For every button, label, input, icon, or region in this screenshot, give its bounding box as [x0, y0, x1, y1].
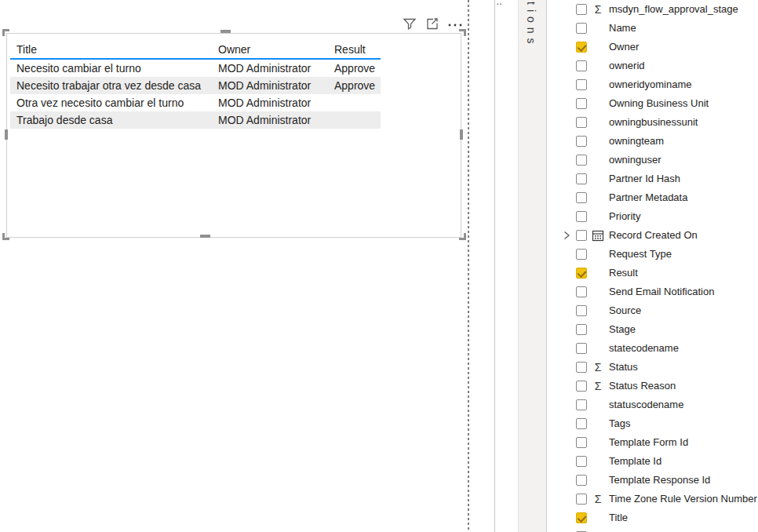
field-item-title[interactable]: Title	[548, 508, 758, 527]
field-checkbox[interactable]	[576, 249, 587, 260]
field-item-owningbusinessunit[interactable]: owningbusinessunit	[548, 113, 758, 132]
field-item-msdyn-flow-approval-stage[interactable]: Σmsdyn_flow_approval_stage	[548, 0, 758, 19]
field-item-owneridyominame[interactable]: owneridyominame	[548, 75, 758, 94]
field-item-name[interactable]: Name	[548, 19, 758, 38]
cell-result: Approve	[334, 77, 375, 94]
field-checkbox[interactable]	[576, 362, 587, 373]
field-checkbox[interactable]	[576, 155, 587, 166]
table-row[interactable]: Otra vez necesito cambiar el turnoMOD Ad…	[10, 94, 381, 111]
field-label: Send Email Notification	[609, 282, 714, 301]
filter-icon[interactable]	[402, 16, 417, 31]
field-item-request-type[interactable]: Request Type	[548, 245, 758, 264]
cell-owner: MOD Administrator	[218, 77, 311, 94]
field-item-partner-metadata[interactable]: Partner Metadata	[548, 188, 758, 207]
field-item-time-zone-rule-version-number[interactable]: ΣTime Zone Rule Version Number	[548, 490, 758, 508]
field-checkbox[interactable]	[576, 475, 587, 486]
field-item-record-created-on[interactable]: Record Created On	[548, 226, 758, 245]
field-item-owninguser[interactable]: owninguser	[548, 151, 758, 169]
field-item-owning-business-unit[interactable]: Owning Business Unit	[548, 94, 758, 113]
cropped-icon-fragment: …	[496, 0, 503, 5]
table-row[interactable]: Necesito trabajar otra vez desde casaMOD…	[10, 77, 381, 94]
field-item-partial[interactable]: Σ	[548, 527, 758, 532]
field-checkbox[interactable]	[576, 381, 587, 392]
field-label: Owner	[609, 38, 639, 56]
field-checkbox[interactable]	[576, 136, 587, 147]
field-checkbox[interactable]	[576, 418, 587, 429]
sigma-icon: Σ	[590, 0, 606, 19]
field-item-send-email-notification[interactable]: Send Email Notification	[548, 282, 758, 301]
collapsed-visualizations-pane[interactable]: tions	[518, 0, 547, 532]
field-item-status-reason[interactable]: ΣStatus Reason	[548, 377, 758, 395]
field-checkbox[interactable]	[576, 494, 587, 505]
cell-title: Necesito trabajar otra vez desde casa	[16, 77, 201, 94]
field-checkbox[interactable]	[576, 42, 587, 53]
column-header-title[interactable]: Title	[16, 43, 37, 56]
table-row[interactable]: Trabajo desde casaMOD Administrator	[10, 111, 381, 129]
table-body: Necesito cambiar el turnoMOD Administrat…	[10, 60, 381, 129]
field-checkbox[interactable]	[576, 230, 587, 241]
field-item-source[interactable]: Source	[548, 301, 758, 320]
field-checkbox[interactable]	[576, 399, 587, 410]
field-checkbox[interactable]	[576, 456, 587, 467]
page-boundary-dotted-line	[468, 0, 469, 532]
resize-handle-bottom-left[interactable]	[2, 233, 9, 240]
resize-handle-top-right[interactable]	[459, 29, 466, 36]
table-visual[interactable]: TitleOwnerResult Necesito cambiar el tur…	[6, 33, 461, 238]
sigma-icon: Σ	[590, 358, 606, 377]
field-checkbox[interactable]	[576, 117, 587, 128]
field-item-partner-id-hash[interactable]: Partner Id Hash	[548, 169, 758, 188]
resize-handle-top-left[interactable]	[2, 29, 9, 36]
field-item-ownerid[interactable]: ownerid	[548, 56, 758, 75]
column-header-owner[interactable]: Owner	[218, 43, 250, 56]
field-item-statecodename[interactable]: statecodename	[548, 339, 758, 358]
field-label: owninguser	[609, 151, 661, 169]
cell-owner: MOD Administrator	[218, 111, 311, 129]
field-item-status[interactable]: ΣStatus	[548, 358, 758, 377]
field-label: Owning Business Unit	[609, 94, 709, 113]
field-item-stage[interactable]: Stage	[548, 320, 758, 339]
field-checkbox[interactable]	[576, 98, 587, 109]
focus-mode-icon[interactable]	[425, 16, 439, 31]
field-checkbox[interactable]	[576, 211, 587, 222]
field-checkbox[interactable]	[576, 173, 587, 184]
field-item-template-id[interactable]: Template Id	[548, 452, 758, 471]
field-item-result[interactable]: Result	[548, 264, 758, 282]
field-checkbox[interactable]	[576, 286, 587, 297]
field-label: ownerid	[609, 56, 645, 75]
field-checkbox[interactable]	[576, 60, 587, 71]
field-checkbox[interactable]	[576, 324, 587, 335]
field-item-tags[interactable]: Tags	[548, 414, 758, 433]
table: TitleOwnerResult Necesito cambiar el tur…	[10, 37, 381, 129]
field-checkbox[interactable]	[576, 268, 587, 279]
field-item-owner[interactable]: Owner	[548, 38, 758, 56]
cell-owner: MOD Administrator	[218, 94, 311, 111]
field-label: Template Form Id	[609, 433, 688, 452]
expand-chevron-icon[interactable]	[562, 230, 571, 241]
field-checkbox[interactable]	[576, 23, 587, 34]
resize-handle-right-middle[interactable]	[460, 129, 463, 140]
table-row[interactable]: Necesito cambiar el turnoMOD Administrat…	[10, 60, 381, 77]
more-options-icon[interactable]	[446, 17, 464, 30]
field-label: Tags	[609, 414, 630, 433]
field-item-priority[interactable]: Priority	[548, 207, 758, 226]
field-item-statuscodename[interactable]: statuscodename	[548, 395, 758, 414]
field-checkbox[interactable]	[576, 79, 587, 90]
resize-handle-bottom-right[interactable]	[459, 233, 466, 240]
field-checkbox[interactable]	[576, 192, 587, 203]
resize-handle-bottom-center[interactable]	[200, 235, 210, 238]
field-item-owningteam[interactable]: owningteam	[548, 132, 758, 151]
field-item-template-response-id[interactable]: Template Response Id	[548, 471, 758, 490]
column-header-result[interactable]: Result	[334, 43, 366, 56]
field-item-template-form-id[interactable]: Template Form Id	[548, 433, 758, 452]
field-label: Name	[609, 19, 636, 38]
field-checkbox[interactable]	[576, 305, 587, 316]
field-checkbox[interactable]	[576, 512, 587, 523]
field-checkbox[interactable]	[576, 437, 587, 448]
field-label: Source	[609, 301, 641, 320]
resize-handle-top-center[interactable]	[220, 30, 231, 33]
resize-handle-left-middle[interactable]	[5, 129, 8, 140]
field-checkbox[interactable]	[576, 343, 587, 354]
visual-header	[402, 14, 468, 33]
field-checkbox[interactable]	[576, 4, 587, 15]
table-header-row: TitleOwnerResult	[10, 37, 381, 60]
